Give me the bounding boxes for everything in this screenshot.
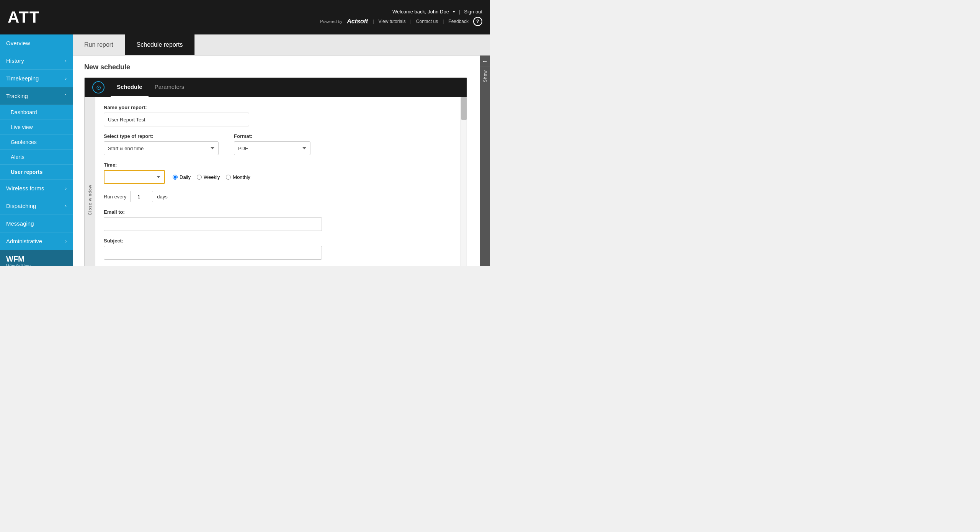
time-select[interactable]: [104, 170, 165, 184]
run-every-group: Run every days: [104, 191, 455, 202]
welcome-text[interactable]: Welcome back, John Doe: [392, 9, 449, 15]
report-name-group: Name your report:: [104, 105, 455, 126]
sidebar-item-user-reports[interactable]: User reports: [0, 165, 73, 180]
show-panel[interactable]: ← Show: [480, 56, 490, 266]
help-button[interactable]: ?: [473, 17, 482, 26]
sidebar-item-overview[interactable]: Overview: [0, 34, 73, 52]
sidebar-item-administrative[interactable]: Administrative ›: [0, 232, 73, 250]
feedback-link[interactable]: Feedback: [448, 19, 469, 24]
run-every-input[interactable]: [130, 191, 153, 202]
monthly-radio-label[interactable]: Monthly: [226, 174, 250, 180]
sidebar-item-messaging[interactable]: Messaging: [0, 215, 73, 232]
sidebar-item-label: Overview: [6, 40, 30, 46]
report-format-select[interactable]: PDF Excel CSV: [234, 141, 310, 155]
sidebar-sub-label: Geofences: [11, 139, 37, 145]
monthly-radio[interactable]: [226, 175, 231, 180]
separator-2: |: [372, 19, 374, 24]
report-type-select[interactable]: Start & end time Summary Detail: [104, 141, 219, 155]
sidebar-sub-label: Alerts: [11, 154, 24, 160]
type-format-row: Select type of report: Start & end time …: [104, 133, 455, 155]
sidebar-item-label: History: [6, 57, 24, 64]
weekly-radio-label[interactable]: Weekly: [197, 174, 220, 180]
schedule-panel: ⊙ Schedule Parameters Close window: [84, 77, 467, 266]
sidebar-item-history[interactable]: History ›: [0, 52, 73, 70]
chevron-right-icon: ›: [65, 203, 67, 209]
panel-header: ⊙ Schedule Parameters: [85, 78, 467, 97]
tabs-bar: Run report Schedule reports: [73, 34, 490, 56]
sidebar-item-dashboard[interactable]: Dashboard: [0, 105, 73, 120]
run-every-label: Run every: [104, 194, 126, 200]
separator-3: |: [410, 19, 412, 24]
sidebar: Overview History › Timekeeping › Trackin…: [0, 34, 73, 266]
welcome-chevron: ▾: [453, 9, 455, 14]
powered-by-text: Powered by: [320, 19, 342, 24]
report-format-group: Format: PDF Excel CSV: [234, 133, 310, 155]
report-type-group: Select type of report: Start & end time …: [104, 133, 219, 155]
time-group: Time: Daily: [104, 162, 455, 184]
panel-tab-schedule[interactable]: Schedule: [111, 78, 149, 97]
sidebar-sub-label: Dashboard: [11, 109, 37, 115]
subject-label: Subject:: [104, 238, 455, 244]
page-title: New schedule: [84, 63, 479, 71]
wfm-section[interactable]: WFM What's New: [0, 250, 73, 266]
contact-us-link[interactable]: Contact us: [416, 19, 438, 24]
email-input[interactable]: [104, 217, 322, 231]
sidebar-item-label: Dispatching: [6, 203, 36, 209]
sidebar-item-wireless-forms[interactable]: Wireless forms ›: [0, 180, 73, 197]
panel-tab-parameters[interactable]: Parameters: [149, 78, 191, 97]
sidebar-sub-label: Live view: [11, 124, 33, 130]
sidebar-item-timekeeping[interactable]: Timekeeping ›: [0, 70, 73, 87]
sidebar-item-tracking[interactable]: Tracking ˅: [0, 87, 73, 105]
report-type-label: Select type of report:: [104, 133, 219, 139]
email-label: Email to:: [104, 209, 455, 215]
logo: ATT: [8, 8, 40, 26]
sign-out-link[interactable]: Sign out: [464, 9, 482, 15]
wfm-label: WFM: [6, 255, 67, 264]
daily-radio-label[interactable]: Daily: [173, 174, 191, 180]
panel-nav-icon[interactable]: ⊙: [92, 81, 105, 93]
sidebar-item-geofences[interactable]: Geofences: [0, 135, 73, 150]
chevron-right-icon: ›: [65, 58, 67, 64]
content-area: Run report Schedule reports New schedule…: [73, 34, 490, 266]
days-label: days: [157, 194, 167, 200]
time-label: Time:: [104, 162, 455, 168]
report-name-label: Name your report:: [104, 105, 455, 110]
daily-radio[interactable]: [173, 175, 178, 180]
subject-group: Subject:: [104, 238, 455, 260]
scroll-thumb: [461, 97, 467, 120]
whats-new-label[interactable]: What's New: [6, 264, 67, 266]
weekly-radio[interactable]: [197, 175, 202, 180]
sidebar-item-dispatching[interactable]: Dispatching ›: [0, 197, 73, 215]
header-top-row: Welcome back, John Doe ▾ | Sign out: [392, 9, 482, 15]
back-arrow-button[interactable]: ←: [480, 56, 490, 67]
panel-scrollbar[interactable]: [461, 97, 467, 266]
frequency-radio-group: Daily Weekly Monthly: [173, 174, 250, 180]
report-name-input[interactable]: [104, 113, 249, 126]
subject-input[interactable]: [104, 246, 322, 260]
header-right: Welcome back, John Doe ▾ | Sign out Powe…: [320, 9, 482, 26]
sidebar-item-live-view[interactable]: Live view: [0, 120, 73, 135]
header-bottom-row: Powered by Actsoft | View tutorials | Co…: [320, 17, 482, 26]
chevron-right-icon: ›: [65, 76, 67, 81]
sidebar-item-label: Messaging: [6, 220, 34, 227]
report-format-label: Format:: [234, 133, 310, 139]
header: ATT Welcome back, John Doe ▾ | Sign out …: [0, 0, 490, 34]
tab-schedule-reports[interactable]: Schedule reports: [125, 34, 195, 55]
run-every-row: Run every days: [104, 191, 455, 202]
actsoft-logo: Actsoft: [347, 18, 368, 25]
weekly-label: Weekly: [204, 174, 220, 180]
sidebar-item-alerts[interactable]: Alerts: [0, 150, 73, 165]
view-tutorials-link[interactable]: View tutorials: [379, 19, 406, 24]
sidebar-item-label: Timekeeping: [6, 75, 39, 82]
page-content: New schedule ⊙ Schedule Parameters: [73, 56, 490, 266]
separator-4: |: [443, 19, 444, 24]
show-label: Show: [483, 70, 487, 82]
tab-run-report[interactable]: Run report: [73, 34, 125, 55]
separator-1: |: [459, 9, 460, 15]
chevron-right-icon: ›: [65, 239, 67, 244]
sidebar-item-label: Administrative: [6, 238, 42, 244]
sidebar-item-label: Wireless forms: [6, 185, 44, 192]
form-area: Name your report: Select type of report:…: [85, 97, 467, 266]
sidebar-item-label: Tracking: [6, 93, 28, 99]
chevron-down-icon: ˅: [64, 93, 67, 99]
